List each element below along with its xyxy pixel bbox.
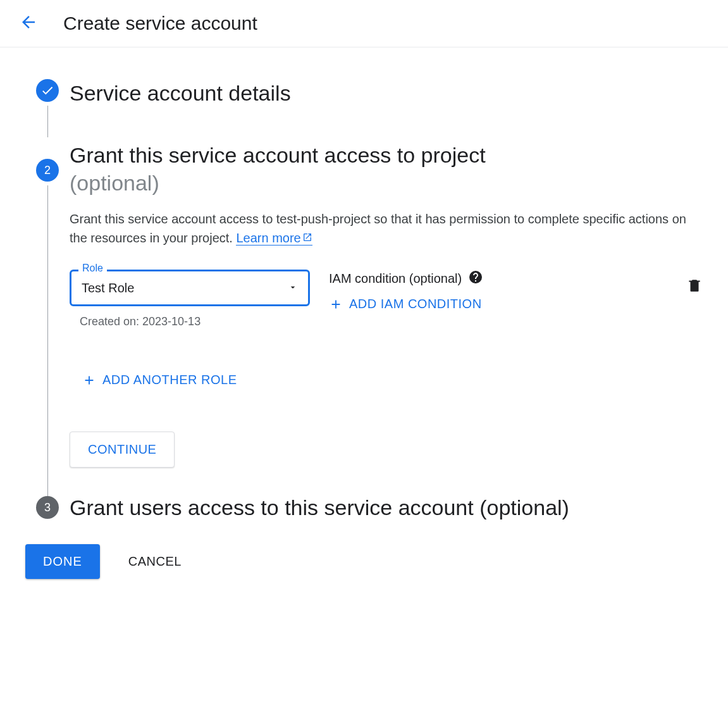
role-select-value: Test Role [82, 281, 134, 295]
step-2-indicator: 2 [36, 159, 59, 182]
dropdown-arrow-icon [288, 281, 298, 295]
stepper-line [47, 106, 48, 137]
role-field-label: Role [78, 263, 107, 274]
learn-more-link[interactable]: Learn more [236, 231, 312, 246]
page-header: Create service account [0, 0, 728, 47]
step-3-title: Grant users access to this service accou… [70, 494, 703, 521]
page-title: Create service account [63, 13, 257, 34]
add-iam-condition-button[interactable]: ADD IAM CONDITION [329, 297, 667, 311]
step-3-optional: (optional) [479, 495, 569, 519]
iam-condition-label: IAM condition (optional) [329, 270, 667, 288]
iam-condition-block: IAM condition (optional) ADD IAM CONDITI… [329, 270, 667, 311]
back-arrow-icon[interactable] [19, 13, 38, 34]
stepper-line [47, 185, 48, 496]
cancel-button[interactable]: CANCEL [128, 554, 182, 569]
add-another-role-button[interactable]: ADD ANOTHER ROLE [82, 373, 703, 387]
delete-role-button[interactable] [686, 270, 703, 296]
step-1-title: Service account details [70, 79, 703, 107]
step-2-description: Grant this service account access to tes… [70, 209, 703, 247]
continue-button[interactable]: CONTINUE [70, 432, 175, 468]
step-2-optional: (optional) [70, 171, 159, 195]
step-3-number: 3 [44, 501, 51, 514]
help-icon[interactable] [468, 270, 483, 288]
plus-icon [329, 297, 343, 311]
step-2-number: 2 [44, 164, 51, 177]
step-1-indicator-completed [36, 79, 59, 102]
role-select[interactable]: Test Role [70, 270, 310, 306]
trash-icon [686, 277, 703, 294]
done-button[interactable]: DONE [25, 544, 100, 579]
external-link-icon [302, 232, 312, 242]
role-field-wrapper: Role Test Role Created on: 2023-10-13 [70, 270, 310, 328]
plus-icon [82, 373, 96, 387]
step-3-indicator: 3 [36, 496, 59, 519]
role-helper-text: Created on: 2023-10-13 [80, 315, 310, 328]
step-2-title: Grant this service account access to pro… [70, 141, 703, 197]
